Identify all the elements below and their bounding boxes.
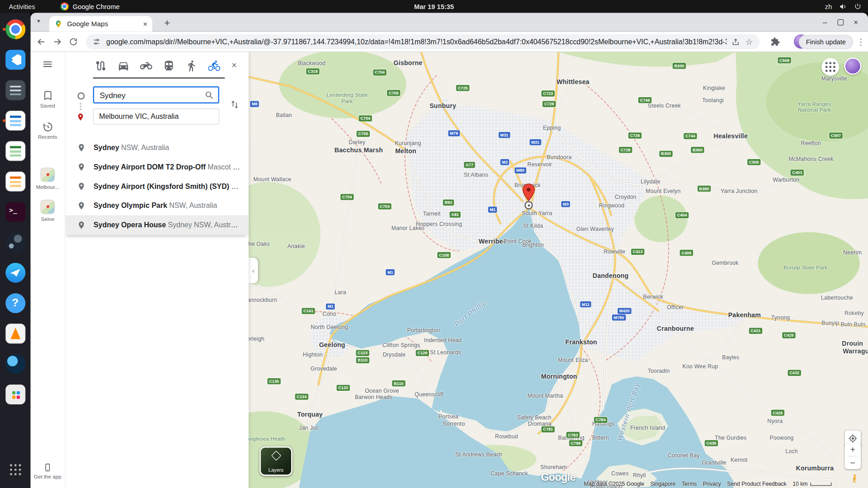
activities-button[interactable]: Activities [9, 3, 35, 10]
map-data-text: Map data ©2025 Google [584, 481, 644, 487]
text-editor-icon [5, 80, 25, 100]
dock-item-chrome[interactable] [3, 17, 28, 42]
attribution-link[interactable]: Terms [682, 481, 697, 487]
layers-button[interactable]: Layers [259, 446, 292, 476]
autocomplete-suggestions: Sydney NSW, AustraliaSydney Airport DOM … [65, 138, 249, 235]
destination-marker-icon [76, 113, 85, 123]
origin-input[interactable] [93, 86, 219, 103]
app-launcher-grid-icon[interactable] [3, 457, 28, 482]
bookmark-star-icon[interactable]: ☆ [745, 37, 753, 47]
dock-item-vscode[interactable] [3, 47, 28, 72]
suggestion-text: Sydney Opera House Sydney NSW, Australia [94, 221, 249, 229]
clock[interactable]: Mar 19 15:35 [414, 3, 454, 10]
tab-title: Google Maps [67, 20, 140, 28]
back-button[interactable] [34, 34, 49, 49]
volume-icon[interactable] [839, 3, 847, 10]
omnibox[interactable]: google.com/maps/dir//Melbourne+VIC,+Aust… [86, 34, 760, 49]
suggestion-text: Sydney Airport DOM T2 Drop-Off Mascot NS… [94, 163, 249, 171]
url-text[interactable]: google.com/maps/dir//Melbourne+VIC,+Aust… [106, 38, 726, 46]
sidebar-item-recents[interactable]: Recents [30, 122, 65, 140]
attribution-links: TermsPrivacySend Product Feedback [682, 481, 787, 487]
attribution-link[interactable]: Send Product Feedback [727, 481, 786, 487]
tab-bar: ▾ Google Maps × + – × [30, 13, 868, 32]
map[interactable]: BlackwoodGisborneWhittleseaKinglakeToola… [249, 52, 868, 488]
site-settings-icon[interactable] [92, 38, 100, 46]
dock-item-text-editor[interactable] [3, 77, 28, 103]
swap-origin-destination-icon[interactable] [229, 99, 241, 111]
reload-button[interactable] [66, 34, 81, 49]
share-icon[interactable] [731, 38, 740, 47]
forward-button[interactable] [50, 34, 65, 49]
dock-item-terminal[interactable] [3, 199, 28, 225]
travel-mode-best[interactable] [94, 60, 107, 73]
scale-bar [811, 482, 832, 485]
travel-mode-transit[interactable] [162, 60, 175, 73]
directions-close-icon[interactable]: × [229, 60, 240, 70]
travel-mode-motorcycle[interactable] [139, 60, 152, 73]
attribution-link[interactable]: Privacy [703, 481, 721, 487]
window-maximize-button[interactable] [834, 15, 847, 28]
maps-sidebar-rail: SavedRecentsMelbour...Seine Get the app [30, 52, 65, 488]
scale-control[interactable]: 10 km [793, 481, 831, 487]
system-top-bar: Activities Google Chrome Mar 19 15:35 zh [0, 0, 868, 13]
travel-mode-drive[interactable] [117, 60, 130, 73]
tab-google-maps[interactable]: Google Maps × [49, 16, 152, 32]
zoom-out-button[interactable]: − [845, 456, 861, 469]
collapse-side-panel-button[interactable]: ‹ [249, 258, 258, 283]
suggestion-row[interactable]: Sydney NSW, Australia [65, 138, 249, 157]
menu-icon[interactable] [42, 59, 53, 72]
running-indicator [3, 28, 5, 31]
extensions-icon[interactable] [768, 34, 783, 49]
focused-app[interactable]: Google Chrome [61, 2, 120, 10]
attribution-bar: Map data ©2025 Google Singapore TermsPri… [584, 481, 831, 487]
get-the-app-button[interactable]: Get the app [33, 463, 62, 480]
maps-profile-avatar[interactable] [844, 57, 861, 75]
google-apps-grid-icon[interactable] [821, 58, 839, 76]
sidebar-item-saved[interactable]: Saved [30, 90, 65, 108]
calc-icon [5, 141, 25, 161]
travel-mode-bar [89, 59, 225, 74]
map-thumb-icon [40, 200, 55, 214]
suggestion-row[interactable]: Sydney Airport (Kingsford Smith) (SYD) M… [65, 177, 249, 196]
get-the-app-label: Get the app [34, 474, 61, 480]
impress-icon [5, 172, 25, 192]
window-minimize-button[interactable]: – [818, 15, 831, 28]
browser-menu-icon[interactable]: ⋮ [856, 35, 866, 48]
sidebar-item-label: Seine [41, 216, 54, 222]
dock-item-browser-dark[interactable] [3, 352, 28, 377]
input-method-indicator[interactable]: zh [825, 3, 832, 10]
dock-item-software[interactable] [3, 382, 28, 407]
chevron-down-icon[interactable]: ▾ [37, 18, 40, 25]
suggestion-row[interactable]: Sydney Opera House Sydney NSW, Australia [65, 215, 249, 235]
pegman-street-view[interactable] [850, 474, 860, 483]
window-close-button[interactable]: × [849, 15, 862, 28]
destination-input[interactable] [93, 108, 219, 125]
origin-marker-icon [77, 92, 85, 99]
suggestion-row[interactable]: Sydney Olympic Park NSW, Australia [65, 196, 249, 215]
dock-item-vlc[interactable] [3, 321, 28, 346]
travel-mode-bike[interactable] [208, 60, 221, 73]
sidebar-item-seine[interactable]: Seine [30, 200, 65, 222]
focused-app-label: Google Chrome [73, 3, 120, 10]
map-canvas[interactable] [249, 52, 868, 488]
dock-item-help[interactable] [3, 291, 28, 316]
place-pin-icon [77, 221, 86, 230]
maps-favicon [54, 19, 62, 28]
vlc-icon [5, 324, 25, 343]
dock-item-calc[interactable] [3, 138, 28, 164]
travel-mode-walk[interactable] [184, 60, 198, 73]
software-icon [5, 385, 25, 404]
sidebar-item-melbour[interactable]: Melbour... [30, 168, 65, 190]
search-icon[interactable] [204, 90, 214, 102]
dock-item-writer[interactable] [3, 108, 28, 133]
zoom-in-button[interactable]: + [845, 443, 861, 456]
finish-update-button[interactable]: Finish update [799, 35, 853, 49]
power-icon[interactable] [854, 3, 861, 10]
suggestion-row[interactable]: Sydney Airport DOM T2 Drop-Off Mascot NS… [65, 157, 249, 177]
tab-close-icon[interactable]: × [143, 19, 147, 28]
dock-item-steam[interactable] [3, 230, 28, 255]
dock-item-messenger[interactable] [3, 260, 28, 286]
dock-item-impress[interactable] [3, 169, 28, 194]
destination-pin[interactable] [522, 183, 535, 203]
new-tab-button[interactable]: + [161, 17, 173, 29]
